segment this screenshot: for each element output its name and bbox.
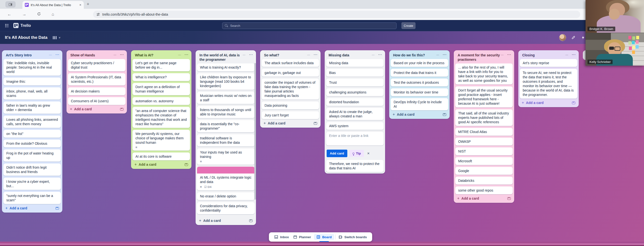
list-title[interactable]: Art's Story Intro [6,53,48,57]
create-from-template-icon[interactable] [185,163,188,166]
list-menu-icon[interactable]: ··· [249,53,253,56]
list-title[interactable]: Missing data [328,53,371,57]
card[interactable]: Musician writes music w/ notes on a staf… [197,92,254,104]
nav-inbox[interactable]: Inbox [273,234,290,240]
card[interactable]: Databricks [455,177,513,184]
add-card-button[interactable]: Add card [327,150,347,157]
card[interactable]: DevOps Infinity Cycle to include AI [391,98,448,110]
create-from-template-icon[interactable] [249,219,252,222]
list-menu-icon[interactable]: ··· [185,53,188,56]
list-title[interactable]: Show of Hands [70,53,113,57]
collapse-list-icon[interactable]: →← [500,53,504,56]
card[interactable]: We personify AI systems, our choice of l… [132,130,190,151]
collapse-list-icon[interactable]: →← [113,53,117,56]
collapse-list-icon[interactable]: →← [436,53,440,56]
list-title[interactable]: What is AI? [135,53,177,57]
list-menu-icon[interactable]: ··· [314,53,318,56]
card[interactable]: Didn't notice drift from legit business … [4,164,61,176]
video-call-overlay[interactable]: Bridget K. Brown Kelly Schrieber [586,0,644,66]
card[interactable]: Considerations for data privacy, confide… [197,202,254,214]
nav-planner[interactable]: Planner [292,234,313,240]
new-tab-button[interactable]: + [87,2,90,7]
app-switcher-icon[interactable] [5,24,8,27]
card-composer-input[interactable]: Enter a title or paste a link [326,132,384,146]
card[interactable]: some other good repos [455,186,513,194]
list-menu-icon[interactable]: ··· [443,53,447,56]
card[interactable]: Jury can't forget [262,111,319,119]
list-menu-icon[interactable]: ··· [120,53,124,56]
chevron-down-icon[interactable]: ∨ [58,36,61,39]
card[interactable]: Comsumers of AI (users) [68,97,126,105]
card[interactable]: Title: Indelible risks, invisible people… [4,59,61,76]
card[interactable]: Loves all phishing links, answered calls… [4,116,61,128]
card[interactable]: The attack surface includes data [262,59,319,67]
card[interactable]: Protect the data that trains it [391,69,448,77]
automation-rocket-icon[interactable] [572,35,576,40]
reload-icon[interactable] [37,12,41,17]
card[interactable]: AI System Professionals (IT, data scient… [68,73,126,85]
card[interactable]: Like children learn by exposure to langu… [197,73,254,90]
card[interactable]: father in law's reality as grew older + … [4,101,61,114]
add-a-card-button[interactable]: +Add a card [199,219,221,222]
card[interactable]: Data poisoning [262,101,319,109]
card[interactable]: Trust [326,79,384,86]
card[interactable]: automation vs. autonomy [132,97,190,105]
add-a-card-button[interactable]: +Add a card [393,112,414,116]
card[interactable]: AI ML / DL systems integrate logic and d… [197,167,254,190]
card[interactable]: traditional software is independent from… [197,134,254,147]
create-button[interactable]: Create [402,22,416,29]
card[interactable]: Microsoft [455,157,513,165]
collapse-list-icon[interactable]: →← [564,53,568,56]
card[interactable]: Your inputs may be used as training≡ [197,148,254,165]
card[interactable]: consider the impact of volumes of fake d… [262,79,319,99]
card[interactable]: Let's get on the same page before we dig… [132,59,190,71]
card[interactable]: "an area of computer science that emphas… [132,107,190,128]
board-title[interactable]: It's All About the Data [5,35,48,40]
board-view-icon[interactable] [53,36,57,39]
nav-switch-boards[interactable]: Switch boards [337,234,368,240]
back-icon[interactable]: ← [7,12,12,17]
list-title[interactable]: A moment for the security practioners [458,53,500,62]
card[interactable]: What is training AI exactly? [197,63,254,71]
card[interactable]: AI decision makers [68,87,126,95]
card[interactable]: "surely not everything can be a scam" [4,192,61,204]
card[interactable]: Google [455,167,513,175]
add-a-card-button[interactable]: +Add a card [5,206,27,210]
home-icon[interactable]: ⌂ [52,12,54,17]
list-title[interactable]: In the world of AI, data is the programm… [200,53,242,62]
card[interactable]: Imagine this: [4,78,61,85]
add-a-card-button[interactable]: +Add a card [264,121,286,125]
card[interactable]: OWASP [455,138,513,146]
list-scrollbar[interactable] [254,63,256,200]
list-menu-icon[interactable]: ··· [56,53,60,56]
list-menu-icon[interactable]: ··· [572,53,576,56]
card[interactable]: Bias [326,69,384,77]
trello-logo[interactable]: Trello [14,23,31,28]
add-a-card-button[interactable]: +Add a card [134,163,156,166]
card[interactable]: I know you're a cyber expert, but... [4,178,61,190]
card[interactable]: distorted foundation [326,98,384,106]
list-menu-icon[interactable]: ··· [378,53,382,56]
search-input[interactable]: Search [222,23,396,29]
card[interactable]: No erase / delete option [197,192,254,200]
collapse-list-icon[interactable]: →← [48,53,52,56]
card[interactable]: MITRE Cloud Atlas [455,128,513,136]
list-title[interactable]: How do we fix this? [393,53,436,57]
power-ups-lightning-icon[interactable] [581,35,585,40]
add-a-card-button[interactable]: +Add a card [457,196,479,200]
card[interactable]: Frog in the pot of water heating up [4,149,61,162]
collapse-list-icon[interactable]: →← [177,53,181,56]
create-from-template-icon[interactable] [572,101,575,104]
card[interactable]: From the outside? Obvious [4,140,61,147]
create-from-template-icon[interactable] [56,207,59,210]
create-from-template-icon[interactable] [443,113,446,116]
create-from-template-icon[interactable] [507,197,511,200]
card[interactable]: ... also for the rest of you, I will hav… [455,63,513,84]
card[interactable]: Based on your role in the process [391,59,448,67]
nav-board[interactable]: Board [314,234,334,240]
tab-search-button[interactable] [5,1,16,8]
card[interactable]: garbage in, garbage out [262,69,319,77]
collapse-list-icon[interactable]: →← [371,53,375,56]
card[interactable]: That said, all of the usual industry exp… [455,109,513,126]
card[interactable]: Cyber security practitioners / digital t… [68,59,126,71]
